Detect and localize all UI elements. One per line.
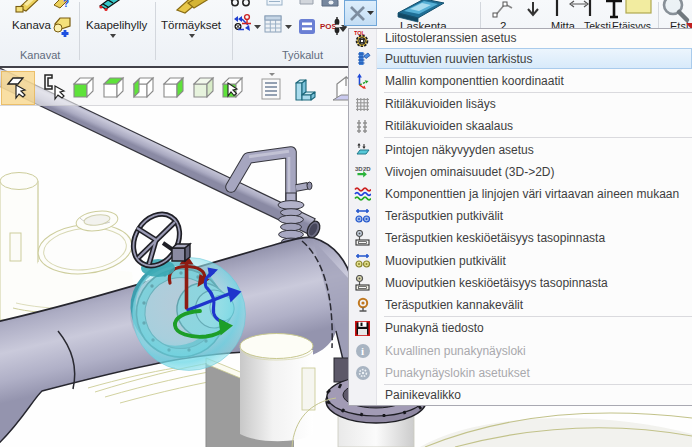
- svg-text:2D: 2D: [363, 165, 371, 171]
- svg-text:?: ?: [63, 0, 69, 9]
- svg-text:i: i: [361, 345, 364, 357]
